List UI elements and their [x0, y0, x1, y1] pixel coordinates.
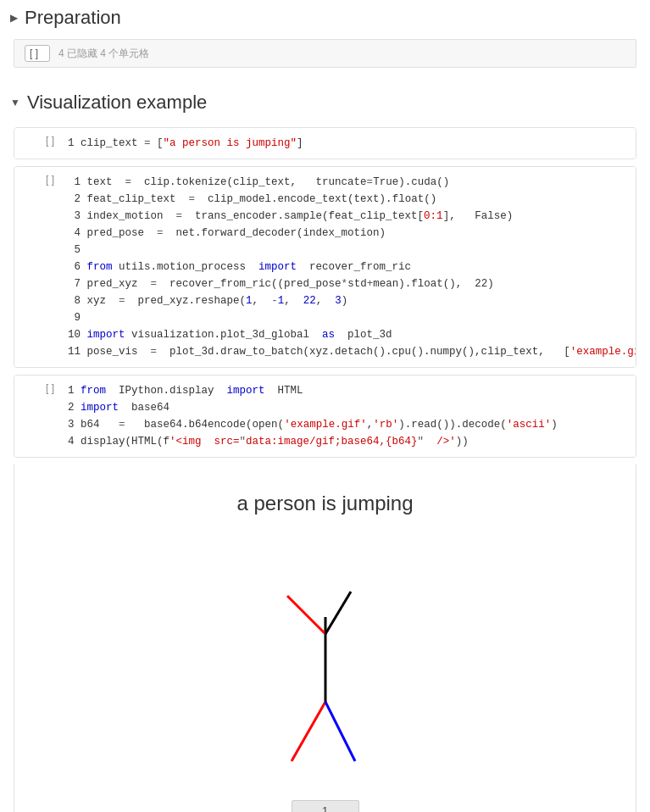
- visualization-title: Visualization example: [27, 92, 207, 114]
- preparation-arrow: ▶: [10, 12, 18, 24]
- visualization-arrow: ▼: [10, 97, 20, 108]
- cell-1-left: [ ]: [14, 128, 61, 159]
- cell-3-code: 1 from IPython.display import HTML 2 imp…: [68, 382, 629, 450]
- svg-line-1: [287, 596, 325, 634]
- output-area: a person is jumping 1: [14, 464, 636, 812]
- cell-2-left: [ ]: [14, 167, 61, 367]
- visualization-header[interactable]: ▼ Visualization example: [0, 85, 650, 120]
- cell-indicator: [ ]: [25, 45, 50, 62]
- cell-1-body[interactable]: 1 clip_text = ["a person is jumping"]: [61, 128, 636, 159]
- cell-2-body[interactable]: 1 text = clip.tokenize(clip_text, trunca…: [61, 167, 636, 367]
- preparation-header[interactable]: ▶ Preparation: [0, 0, 650, 36]
- cell-2-indicator: [ ]: [46, 174, 54, 186]
- visualization-output: a person is jumping 1: [25, 475, 625, 812]
- cell-2-code: 1 text = clip.tokenize(clip_text, trunca…: [68, 174, 629, 360]
- vis-caption: a person is jumping: [42, 492, 608, 515]
- preparation-section: ▶ Preparation [ ] 4 已隐藏 4 个单元格: [0, 0, 650, 85]
- cell-3-body[interactable]: 1 from IPython.display import HTML 2 imp…: [61, 375, 636, 457]
- svg-line-3: [292, 702, 325, 761]
- person-figure: [241, 532, 410, 787]
- cell-3-left: [ ]: [14, 375, 61, 457]
- cell-1-code: 1 clip_text = ["a person is jumping"]: [68, 135, 629, 152]
- cell-1-indicator: [ ]: [46, 135, 54, 147]
- code-cell-2: [ ] 1 text = clip.tokenize(clip_text, tr…: [14, 166, 636, 368]
- hidden-cells-text: 4 已隐藏 4 个单元格: [58, 47, 149, 61]
- svg-line-2: [325, 592, 351, 634]
- cell-3-indicator: [ ]: [46, 382, 54, 394]
- hidden-cells-bar[interactable]: [ ] 4 已隐藏 4 个单元格: [14, 39, 636, 68]
- code-cell-1: [ ] 1 clip_text = ["a person is jumping"…: [14, 127, 636, 159]
- svg-line-4: [325, 702, 355, 761]
- code-cell-3: [ ] 1 from IPython.display import HTML 2…: [14, 375, 636, 458]
- pagination-bar: 1: [42, 800, 608, 812]
- preparation-title: Preparation: [25, 7, 121, 29]
- page-button[interactable]: 1: [292, 800, 359, 812]
- visualization-section: ▼ Visualization example [ ] 1 clip_text …: [0, 85, 650, 812]
